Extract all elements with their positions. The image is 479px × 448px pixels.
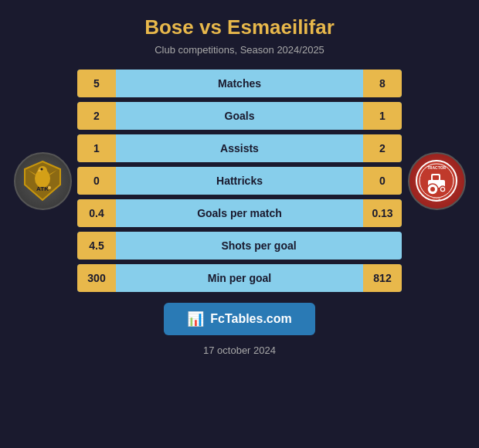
stat-value-left: 300 <box>77 264 116 292</box>
stat-value-left: 0.4 <box>77 199 116 227</box>
stat-value-left: 5 <box>77 70 116 97</box>
stat-row: 4.5Shots per goal <box>77 232 402 260</box>
svg-point-6 <box>41 168 43 171</box>
stat-label: Goals per match <box>116 199 363 227</box>
footer-date: 17 october 2024 <box>203 344 276 356</box>
fctables-text: FcTables.com <box>210 312 292 326</box>
stat-label: Assists <box>116 134 363 162</box>
stat-value-left: 2 <box>77 102 116 130</box>
stat-label: Matches <box>116 70 363 97</box>
main-content: ATK 5Matches82Goals11Assists20Hattricks0… <box>8 70 471 292</box>
match-title: Bose vs Esmaeilifar <box>144 15 335 39</box>
svg-point-17 <box>441 188 444 191</box>
stat-value-right: 812 <box>363 264 402 292</box>
stat-value-right: 2 <box>363 134 402 162</box>
stat-value-left: 0 <box>77 167 116 195</box>
stat-label: Goals <box>116 102 363 130</box>
tractor-logo-svg: TRACTOR CLUB <box>414 158 459 203</box>
stats-column: 5Matches82Goals11Assists20Hattricks00.4G… <box>77 70 402 292</box>
stat-row: 300Min per goal812 <box>77 264 402 292</box>
svg-point-15 <box>430 187 435 192</box>
svg-rect-13 <box>433 175 439 180</box>
team-logo-right: TRACTOR CLUB <box>402 152 471 210</box>
svg-text:TRACTOR: TRACTOR <box>427 165 447 170</box>
stat-value-left: 1 <box>77 134 116 162</box>
stat-value-right: 1 <box>363 102 402 130</box>
stat-value-left: 4.5 <box>77 232 116 260</box>
stat-label: Hattricks <box>116 167 363 195</box>
stat-value-right: 0.13 <box>363 199 402 227</box>
page-container: Bose vs Esmaeilifar Club competitions, S… <box>0 0 479 448</box>
stat-row: 1Assists2 <box>77 134 402 162</box>
stat-label: Shots per goal <box>116 232 402 260</box>
stat-row: 5Matches8 <box>77 70 402 97</box>
stat-row: 0.4Goals per match0.13 <box>77 199 402 227</box>
atk-logo-svg: ATK <box>20 158 65 203</box>
match-subtitle: Club competitions, Season 2024/2025 <box>155 44 324 56</box>
atk-logo: ATK <box>14 152 72 210</box>
fctables-icon: 📊 <box>187 311 204 328</box>
stat-row: 0Hattricks0 <box>77 167 402 195</box>
stat-row: 2Goals1 <box>77 102 402 130</box>
stat-label: Min per goal <box>116 264 363 292</box>
svg-point-8 <box>48 186 51 189</box>
fctables-banner: 📊 FcTables.com <box>164 303 315 335</box>
svg-text:ATK: ATK <box>36 185 49 192</box>
stat-value-right: 0 <box>363 167 402 195</box>
tractor-logo: TRACTOR CLUB <box>408 152 466 210</box>
team-logo-left: ATK <box>8 152 77 210</box>
stat-value-right: 8 <box>363 70 402 97</box>
svg-text:CLUB: CLUB <box>433 198 441 202</box>
